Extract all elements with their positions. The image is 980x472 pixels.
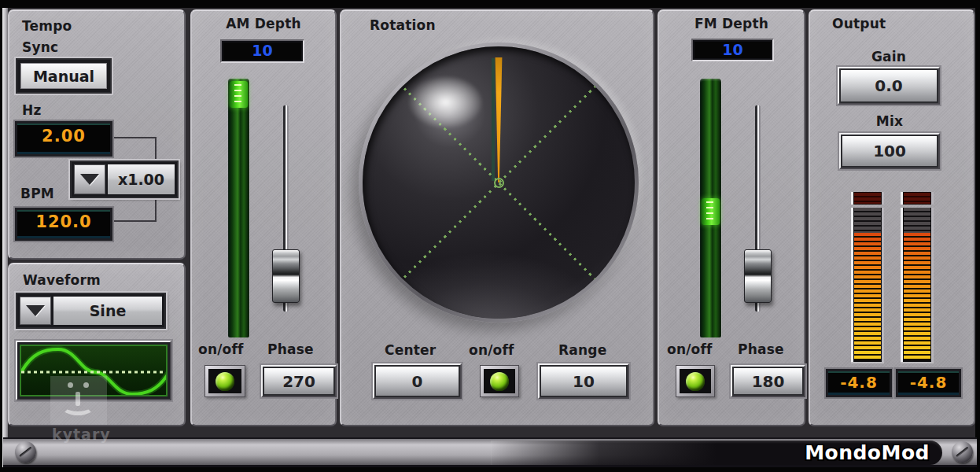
hz-value-display[interactable]: 2.00 (15, 121, 112, 157)
rotation-center-label: Center (385, 342, 436, 358)
panel-fm-depth: FM Depth 10 on/off Phase 180 (658, 9, 805, 426)
rotation-sphere-display (363, 46, 635, 319)
chevron-down-icon (80, 174, 99, 185)
rotation-range-value: 10 (541, 367, 626, 396)
screw-icon (15, 441, 36, 463)
clip-led-segments (854, 193, 881, 204)
waveform-title: Waveform (23, 272, 101, 288)
output-meter-right (901, 208, 934, 362)
plugin-title: MondoMod (805, 441, 930, 465)
led-on-icon (490, 372, 509, 391)
window-left-edge (2, 8, 8, 467)
plugin-name-pill: MondoMod (491, 441, 942, 465)
fm-phase-label: Phase (738, 341, 784, 357)
tempo-mode-button[interactable]: Manual (16, 58, 112, 94)
fm-depth-meter-glow (702, 198, 720, 225)
am-onoff-label: on/off (198, 341, 244, 357)
bpm-ratio-connector-line (112, 198, 157, 222)
clip-led-segments (904, 193, 930, 204)
am-depth-meter-glow (230, 81, 248, 108)
output-gain-value: 0.0 (841, 70, 937, 101)
rotation-onoff-button[interactable] (480, 365, 519, 397)
output-meter-left (851, 208, 884, 362)
output-meter-left-clip[interactable] (851, 192, 884, 205)
output-gain-label: Gain (838, 49, 940, 65)
sine-wave-icon (21, 346, 168, 396)
screw-icon (952, 441, 973, 463)
output-title: Output (832, 16, 886, 31)
rotation-range-value-box[interactable]: 10 (538, 363, 629, 399)
output-meter-right-readout[interactable]: -4.8 (896, 369, 961, 397)
waveform-dropdown-button[interactable] (20, 297, 51, 325)
meter-unlit-segments (854, 208, 881, 233)
output-mix-value: 100 (842, 136, 937, 166)
panel-am-depth: AM Depth 10 on/off Phase 270 (190, 9, 337, 426)
rotation-center-value: 0 (376, 367, 459, 396)
fm-onoff-button[interactable] (676, 365, 715, 397)
chevron-down-icon (26, 305, 45, 316)
fm-depth-value-display[interactable]: 10 (691, 39, 774, 61)
am-phase-value-box[interactable]: 270 (261, 365, 337, 397)
tempo-ratio-dropdown[interactable]: x1.00 (70, 160, 179, 198)
tempo-sync-title: Tempo Sync (22, 16, 101, 58)
tempo-ratio-dropdown-button[interactable] (74, 164, 105, 194)
fm-phase-value: 180 (734, 368, 802, 394)
output-mix-label: Mix (839, 113, 940, 129)
rotation-onoff-label: on/off (469, 342, 514, 358)
tempo-mode-button-label: Manual (20, 63, 107, 89)
waveform-scope (16, 341, 171, 400)
fm-onoff-label: on/off (667, 341, 713, 357)
led-on-icon (216, 372, 234, 391)
waveform-scope-screen (20, 345, 168, 396)
meter-unlit-segments (904, 208, 930, 233)
fm-depth-slider-handle[interactable] (744, 249, 772, 303)
bpm-label: BPM (20, 186, 54, 201)
waveform-dropdown[interactable]: Sine (16, 293, 166, 329)
tempo-ratio-value[interactable]: x1.00 (108, 164, 175, 194)
fm-phase-value-box[interactable]: 180 (731, 365, 805, 397)
fm-depth-meter (700, 79, 721, 337)
panel-tempo-sync: Tempo Sync Manual Hz 2.00 x1.00 BPM 120.… (8, 9, 186, 260)
am-onoff-led-well (208, 369, 241, 393)
rotation-sphere (359, 42, 639, 323)
waveform-selected-value[interactable]: Sine (53, 297, 162, 325)
bpm-value-display[interactable]: 120.0 (15, 208, 112, 241)
am-depth-title: AM Depth (192, 16, 335, 31)
am-phase-label: Phase (267, 341, 314, 357)
am-onoff-button[interactable] (204, 365, 245, 397)
output-mix-value-box[interactable]: 100 (839, 133, 940, 169)
panel-output: Output Gain 0.0 Mix 100 -4.8 -4.8 (809, 9, 975, 426)
bottom-bar: MondoMod (3, 437, 977, 467)
am-depth-value-display[interactable]: 10 (220, 39, 304, 63)
panel-waveform: Waveform Sine (8, 263, 186, 426)
panel-rotation: Rotation Center 0 on/off Range 10 (340, 9, 654, 426)
led-on-icon (686, 372, 705, 391)
hz-label: Hz (22, 102, 42, 118)
output-meter-right-clip[interactable] (901, 192, 934, 205)
meter-lit-segments (854, 233, 881, 360)
am-phase-value: 270 (264, 368, 333, 394)
rotation-title: Rotation (370, 17, 436, 33)
hz-ratio-connector-line (112, 137, 157, 164)
rotation-onoff-led-well (484, 369, 515, 393)
fm-onoff-led-well (680, 369, 711, 393)
output-meter-left-readout[interactable]: -4.8 (826, 369, 892, 397)
sphere-bottom-sheen (363, 46, 635, 319)
rotation-center-value-box[interactable]: 0 (373, 363, 462, 399)
meter-lit-segments (904, 233, 930, 360)
rotation-range-label: Range (558, 342, 606, 358)
output-gain-value-box[interactable]: 0.0 (838, 67, 940, 105)
am-depth-meter (228, 79, 249, 337)
fm-depth-title: FM Depth (659, 16, 804, 31)
am-depth-slider-handle[interactable] (272, 249, 300, 303)
